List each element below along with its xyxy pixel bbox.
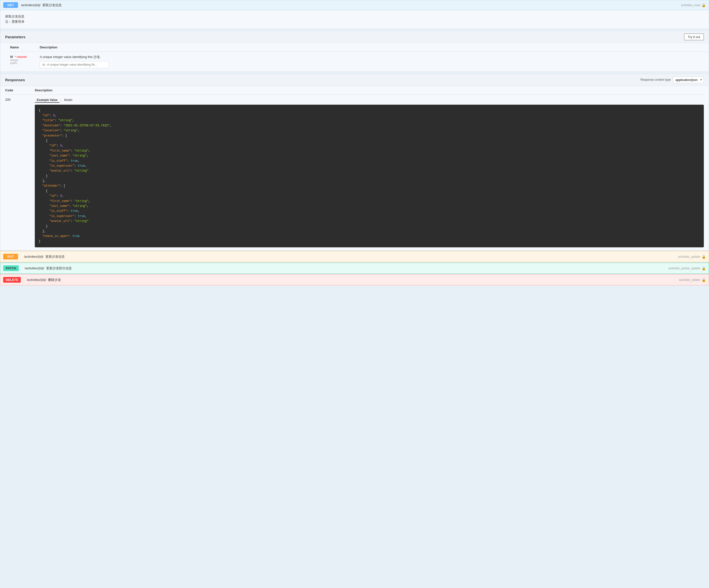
responses-title: Responses — [5, 78, 25, 82]
response-200-row: 200 Example Value | Model { "id": 0, "ti… — [5, 95, 704, 250]
put-auth-label: activities_update — [678, 255, 700, 258]
patch-endpoint-path: /activities/{id}/ 更新沙龙部分信息 — [25, 266, 668, 271]
response-200-desc: Example Value | Model { "id": 0, "title"… — [35, 95, 704, 250]
responses-header: Responses Response content type applicat… — [0, 74, 709, 86]
params-table: Name Description id * required integer (… — [10, 43, 709, 71]
responses-table: Code Description 200 Example Value | Mod… — [5, 86, 704, 251]
get-section-body: 获取沙龙信息 注：需要登录 — [0, 10, 709, 28]
put-endpoint-path: /activities/{id}/ 更新沙龙信息 — [24, 255, 678, 259]
get-header: GET /activities/{id}/ 获取沙龙信息 activities_… — [0, 0, 709, 10]
delete-section: DELETE /activities/{id}/ 删除沙龙 activities… — [0, 274, 709, 285]
get-method-badge: GET — [3, 2, 18, 8]
put-lock-icon: 🔒 — [702, 255, 706, 259]
delete-auth-label: activities_delete — [679, 278, 700, 282]
content-type-select[interactable]: application/json — [673, 77, 704, 83]
delete-method-badge: DELETE — [3, 277, 21, 283]
param-id-desc-cell: A unique integer value identifying this … — [40, 52, 709, 71]
content-type-row: Response content type application/json ▾ — [640, 77, 704, 83]
patch-method-badge: PATCH — [3, 265, 19, 271]
get-section: GET /activities/{id}/ 获取沙龙信息 activities_… — [0, 0, 709, 251]
param-location: (path) — [10, 61, 40, 65]
param-required-star: * — [15, 55, 17, 58]
get-description: 获取沙龙信息 — [5, 14, 704, 19]
params-header: Parameters Try it out — [0, 31, 709, 43]
example-value-tab[interactable]: Example Value — [35, 98, 59, 103]
delete-lock-icon: 🔒 — [702, 278, 706, 282]
get-endpoint-path: /activities/{id}/ 获取沙龙信息 — [21, 3, 681, 7]
try-it-out-button[interactable]: Try it out — [684, 33, 704, 40]
param-required-text: required — [17, 55, 27, 58]
tab-separator: | — [59, 98, 62, 103]
response-200-code: 200 — [5, 95, 35, 250]
patch-auth-label: activities_partial_update — [668, 266, 700, 270]
param-type: integer — [10, 58, 40, 61]
params-title: Parameters — [5, 35, 25, 39]
put-section: PUT /activities/{id}/ 更新沙龙信息 activities_… — [0, 251, 709, 262]
param-description: A unique integer value identifying this … — [40, 55, 709, 59]
get-description-note: 注：需要登录 — [5, 19, 704, 24]
responses-table-wrap: Code Description 200 Example Value | Mod… — [0, 86, 709, 251]
patch-lock-icon: 🔒 — [702, 266, 706, 270]
col-desc-header-resp: Description — [35, 86, 704, 95]
col-code-header: Code — [5, 86, 35, 95]
get-lock-icon: 🔒 — [702, 3, 706, 7]
content-type-select-wrapper[interactable]: application/json ▾ — [673, 77, 704, 83]
param-id-row: id * required integer (path) A unique in… — [10, 52, 709, 71]
patch-section: PATCH /activities/{id}/ 更新沙龙部分信息 activit… — [0, 263, 709, 274]
col-desc-header: Description — [40, 43, 709, 52]
col-name-header: Name — [10, 43, 40, 52]
param-id-name: id — [10, 55, 13, 58]
get-auth-label: activities_read — [681, 3, 700, 7]
param-id-input[interactable] — [40, 61, 109, 68]
model-tab[interactable]: Model — [62, 98, 74, 103]
put-method-badge: PUT — [3, 254, 18, 259]
response-code-block: { "id": 0, "title": "string", "datetime"… — [35, 105, 704, 248]
delete-endpoint-path: /activities/{id}/ 删除沙龙 — [27, 278, 679, 282]
content-type-label: Response content type — [640, 78, 671, 81]
example-value-tabs: Example Value | Model — [35, 98, 704, 103]
params-table-wrap: Name Description id * required integer (… — [0, 43, 709, 71]
param-id-name-cell: id * required integer (path) — [10, 52, 40, 71]
